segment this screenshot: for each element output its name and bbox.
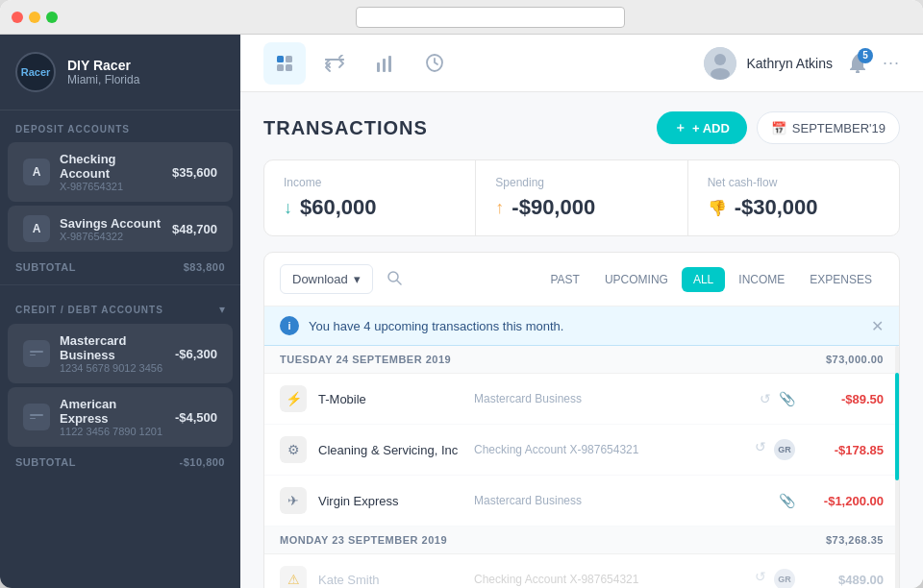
search-button[interactable] [383,270,406,289]
history-icon[interactable]: ↺ [755,439,766,460]
filter-expenses[interactable]: EXPENSES [798,267,884,292]
amex-number: 1122 3456 7890 1201 [60,426,165,437]
attachment-icon[interactable]: 📎 [779,391,795,406]
tx-name-virgin: Virgin Express [318,494,462,508]
plane-icon: ✈ [280,487,307,514]
tx-row-kate[interactable]: ⚠ Kate Smith Checking Account X-98765432… [264,554,899,588]
tx-actions-virgin: 📎 [747,493,795,508]
tx-row-cleaning[interactable]: ⚙ Cleaning & Servicing, Inc Checking Acc… [264,425,899,476]
banner-close-btn[interactable]: ✕ [871,317,884,335]
savings-name: Savings Account [60,216,162,231]
app-window: bank.bfm.com Racer DIY Racer Miami, Flor… [0,0,923,588]
filter-upcoming[interactable]: UPCOMING [593,267,680,292]
url-input[interactable]: bank.bfm.com [356,7,625,28]
tx-account-cleaning: Checking Account X-987654321 [474,443,736,456]
download-label: Download [292,272,348,286]
date-header-1: TUESDAY 24 SEPTEMBER 2019 $73,000.00 [264,346,899,374]
svg-rect-4 [30,414,43,416]
scrollbar-thumb[interactable] [895,373,899,480]
svg-rect-5 [30,418,36,419]
spending-value-row: ↑ -$90,000 [495,195,667,220]
sidebar-item-checking[interactable]: A Checking Account X-987654321 $35,600 [8,142,233,202]
info-icon: i [280,316,299,335]
more-btn[interactable]: ··· [883,53,900,73]
add-button[interactable]: ＋ + ADD [657,111,747,144]
tx-row-tmobile[interactable]: ⚡ T-Mobile Mastercard Business ↺ 📎 -$89.… [264,374,899,425]
svg-rect-6 [277,56,284,62]
nav-chart-btn[interactable] [363,42,406,85]
main-content: Kathryn Atkins 5 ··· TRANSACTIONS ＋ + AD… [240,35,923,588]
sidebar: Racer DIY Racer Miami, Florida DEPOSIT A… [0,35,240,588]
scrollbar-track [895,346,899,588]
app-body: Racer DIY Racer Miami, Florida DEPOSIT A… [0,35,923,588]
deposit-section-label: DEPOSIT ACCOUNTS [0,110,240,140]
nav-user[interactable]: Kathryn Atkins [704,47,833,80]
spending-card: Spending ↑ -$90,000 [476,160,687,235]
transaction-list: TUESDAY 24 SEPTEMBER 2019 $73,000.00 ⚡ T… [264,346,899,588]
gr-badge-cleaning: GR [774,439,795,460]
history-icon[interactable]: ↺ [760,391,771,406]
notifications-btn[interactable]: 5 [840,46,875,81]
transactions-toolbar: Download ▾ PAST UPCOMING ALL INCOME [264,253,899,306]
date-total-1: $73,000.00 [826,354,884,365]
tx-name-tmobile: T-Mobile [318,392,462,406]
sidebar-item-savings[interactable]: A Savings Account X-987654322 $48,700 [8,206,233,252]
maximize-dot[interactable] [46,12,58,23]
svg-rect-9 [286,64,292,71]
attachment-icon[interactable]: 📎 [779,493,795,508]
sidebar-item-mastercard[interactable]: Mastercard Business 1234 5678 9012 3456 … [8,324,233,383]
minimize-dot[interactable] [29,12,40,23]
download-button[interactable]: Download ▾ [280,264,373,294]
user-name: Kathryn Atkins [746,56,833,71]
chevron-down-icon[interactable]: ▾ [219,303,225,316]
tx-account-virgin: Mastercard Business [474,494,736,507]
credit-section-row: CREDIT / DEBT ACCOUNTS ▾ [0,289,240,322]
svg-rect-2 [30,355,36,355]
savings-info: Savings Account X-987654322 [60,216,162,242]
amex-info: American Express 1122 3456 7890 1201 [60,397,165,437]
tx-amount-tmobile: -$89.50 [807,392,884,406]
url-bar: bank.bfm.com [69,7,911,28]
income-label: Income [284,176,456,189]
topnav: Kathryn Atkins 5 ··· [240,35,923,92]
income-arrow-icon: ↓ [284,198,292,218]
tx-name-kate: Kate Smith [318,573,462,587]
filter-income[interactable]: INCOME [727,267,796,292]
checking-name: Checking Account [60,152,162,181]
tx-row-virgin[interactable]: ✈ Virgin Express Mastercard Business 📎 -… [264,476,899,527]
checking-info: Checking Account X-987654321 [60,152,162,192]
content-area: TRANSACTIONS ＋ + ADD 📅 SEPTEMBER'19 [240,92,923,588]
tx-amount-kate: $489.00 [807,573,884,587]
date-header-2: MONDAY 23 SEPTEMBER 2019 $73,268.35 [264,527,899,554]
sidebar-item-amex[interactable]: American Express 1122 3456 7890 1201 -$4… [8,387,233,447]
tx-actions-tmobile: ↺ 📎 [747,391,795,406]
nav-dashboard-btn[interactable] [263,42,306,85]
nav-savings-btn[interactable] [413,42,456,85]
savings-balance: $48,700 [172,222,217,236]
summary-row: Income ↓ $60,000 Spending ↑ -$90,000 [263,159,900,236]
date-button[interactable]: 📅 SEPTEMBER'19 [757,111,900,144]
header-actions: ＋ + ADD 📅 SEPTEMBER'19 [657,111,900,144]
mastercard-balance: -$6,300 [175,347,217,361]
brand-location: Miami, Florida [67,73,139,86]
nav-transactions-btn[interactable] [313,42,356,85]
svg-rect-0 [28,348,45,359]
credit-subtotal-value: -$10,800 [180,456,225,468]
checking-balance: $35,600 [172,165,217,180]
filter-all[interactable]: ALL [682,267,725,292]
income-card: Income ↓ $60,000 [264,160,476,235]
tx-actions-kate: ↺ GR [747,569,795,588]
deposit-subtotal: SUBTOTAL $83,800 [0,254,240,281]
checking-number: X-987654321 [60,181,162,192]
gear-icon: ⚙ [280,436,307,463]
transactions-panel: Download ▾ PAST UPCOMING ALL INCOME [263,252,900,588]
cashflow-amount: -$30,000 [735,195,818,220]
close-dot[interactable] [12,12,23,23]
credit-section-label: CREDIT / DEBT ACCOUNTS [15,305,163,315]
history-icon[interactable]: ↺ [755,569,766,588]
cashflow-icon: 👎 [708,199,727,217]
page-header: TRANSACTIONS ＋ + ADD 📅 SEPTEMBER'19 [263,111,900,144]
svg-rect-1 [30,351,43,353]
svg-point-14 [714,54,726,65]
filter-past[interactable]: PAST [538,267,590,292]
